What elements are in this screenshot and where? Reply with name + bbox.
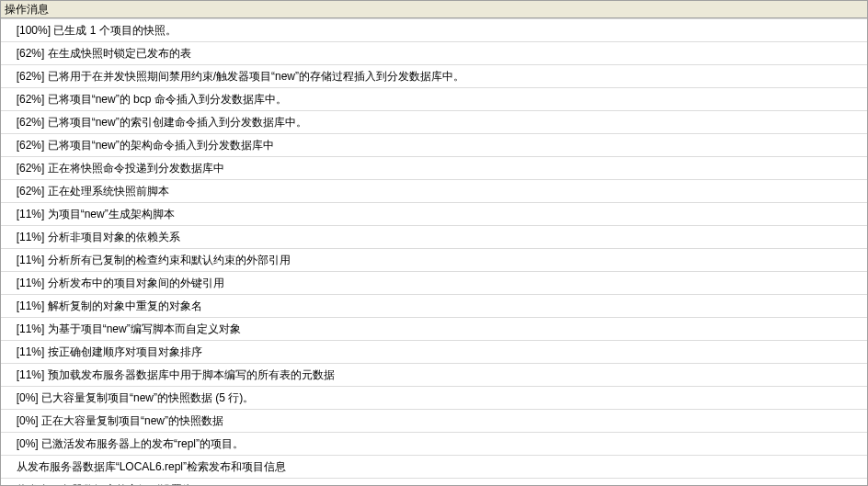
log-row[interactable]: 从发布服务器数据库“LOCAL6.repl”检索发布和项目信息	[1, 456, 867, 479]
log-row[interactable]: [62%] 正在将快照命令投递到分发数据库中	[1, 157, 867, 180]
log-row[interactable]: [0%] 已大容量复制项目“new”的快照数据 (5 行)。	[1, 387, 867, 410]
log-row[interactable]: [62%] 正在处理系统快照前脚本	[1, 180, 867, 203]
log-row[interactable]: [11%] 按正确创建顺序对项目对象排序	[1, 341, 867, 364]
log-row[interactable]: [62%] 在生成快照时锁定已发布的表	[1, 42, 867, 65]
operation-messages-panel: 操作消息 [100%] 已生成 1 个项目的快照。 [62%] 在生成快照时锁定…	[0, 0, 868, 486]
log-row[interactable]: [100%] 已生成 1 个项目的快照。	[1, 19, 867, 42]
log-row[interactable]: [11%] 解析复制的对象中重复的对象名	[1, 295, 867, 318]
log-row[interactable]: [11%] 分析非项目对象的依赖关系	[1, 226, 867, 249]
log-row[interactable]: [11%] 分析发布中的项目对象间的外键引用	[1, 272, 867, 295]
log-row[interactable]: [62%] 已将项目“new”的索引创建命令插入到分发数据库中。	[1, 111, 867, 134]
log-row[interactable]: [62%] 已将用于在并发快照期间禁用约束/触发器项目“new”的存储过程插入到…	[1, 65, 867, 88]
log-row[interactable]: [0%] 正在大容量复制项目“new”的快照数据	[1, 410, 867, 433]
log-row[interactable]: [11%] 分析所有已复制的检查约束和默认约束的外部引用	[1, 249, 867, 272]
log-list[interactable]: [100%] 已生成 1 个项目的快照。 [62%] 在生成快照时锁定已发布的表…	[1, 18, 867, 485]
log-row[interactable]: [11%] 为基于项目“new”编写脚本而自定义对象	[1, 318, 867, 341]
log-row[interactable]: [0%] 已激活发布服务器上的发布“repl”的项目。	[1, 433, 867, 456]
log-row[interactable]: 将发布服务器数据库兼容级别设置为 100。	[1, 479, 867, 485]
log-row[interactable]: [62%] 已将项目“new”的 bcp 命令插入到分发数据库中。	[1, 88, 867, 111]
panel-title: 操作消息	[1, 1, 867, 18]
log-row[interactable]: [11%] 为项目“new”生成架构脚本	[1, 203, 867, 226]
log-row[interactable]: [62%] 已将项目“new”的架构命令插入到分发数据库中	[1, 134, 867, 157]
log-row[interactable]: [11%] 预加载发布服务器数据库中用于脚本编写的所有表的元数据	[1, 364, 867, 387]
